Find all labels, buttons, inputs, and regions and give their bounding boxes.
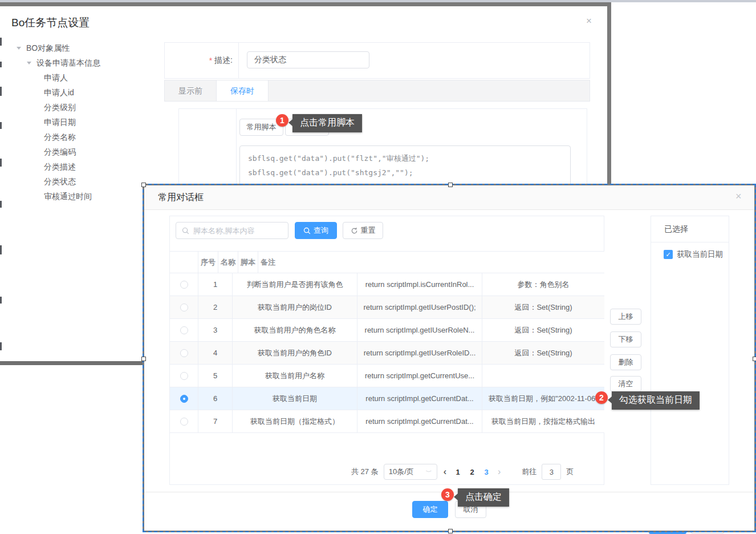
cell-no: 2: [198, 296, 233, 318]
query-button[interactable]: 查询: [295, 222, 337, 239]
table-row[interactable]: 5 获取当前用户名称 return scriptImpl.getCurrentU…: [170, 365, 604, 387]
step-number-badge: 1: [276, 114, 288, 127]
checkbox-checked-icon[interactable]: ✓: [664, 250, 673, 259]
prev-page-button[interactable]: ‹: [442, 467, 448, 477]
annotation-tooltip: 点击确定: [458, 488, 509, 507]
resize-handle-top-left[interactable]: [141, 183, 146, 187]
cell-no: 1: [198, 273, 233, 296]
cell-note: 获取当前日期，按指定格式输出: [482, 410, 604, 432]
script-table: 序号名称脚本备注 1 判断当前用户是否拥有该角色 return scriptIm…: [170, 251, 604, 433]
step-number-badge: 2: [595, 391, 608, 404]
resize-handle-top-center[interactable]: [448, 183, 453, 187]
tree-leaf-item[interactable]: 分类级别: [0, 100, 154, 115]
page-number-button[interactable]: 2: [467, 468, 477, 476]
page-number-button[interactable]: 3: [481, 468, 491, 476]
row-radio[interactable]: [180, 326, 188, 334]
annotation-step-1: 1 点击常用脚本: [276, 114, 362, 132]
table-row[interactable]: 1 判断当前用户是否拥有该角色 return scriptImpl.isCurr…: [170, 273, 604, 296]
row-radio[interactable]: [180, 395, 188, 403]
column-header: 名称: [218, 252, 238, 273]
search-icon: [182, 227, 189, 234]
order-button[interactable]: 上移: [610, 309, 641, 325]
tree-leaf-item[interactable]: 分类描述: [0, 159, 154, 174]
cell-no: 7: [198, 410, 233, 432]
dialog-titlebar: [144, 185, 754, 210]
step-number-badge: 3: [441, 488, 454, 501]
selected-item-label: 获取当前日期: [677, 249, 723, 260]
table-row[interactable]: 7 获取当前日期（指定格式） return scriptImpl.getCurr…: [170, 410, 604, 433]
row-radio[interactable]: [180, 349, 188, 357]
resize-handle-right-middle[interactable]: [753, 357, 756, 361]
row-radio[interactable]: [180, 418, 188, 426]
selected-item[interactable]: ✓ 获取当前日期: [651, 242, 729, 260]
cell-note: [482, 365, 604, 387]
required-asterisk: *: [209, 56, 212, 65]
cell-note: 参数：角色别名: [482, 273, 604, 296]
order-button[interactable]: 清空: [610, 376, 641, 392]
cell-no: 4: [198, 342, 233, 364]
row-radio[interactable]: [180, 281, 188, 289]
close-icon[interactable]: ×: [586, 15, 592, 27]
cell-name: 获取当前用户的岗位ID: [233, 296, 357, 318]
resize-handle-left-middle[interactable]: [141, 357, 146, 361]
row-radio[interactable]: [180, 304, 188, 312]
tree-leaf-item[interactable]: 申请日期: [0, 115, 154, 130]
page-size-select[interactable]: 10条/页 ﹀: [384, 464, 437, 480]
cell-script: return scriptImpl.getCurrentUse...: [357, 365, 482, 387]
cell-note: 返回：Set(String): [482, 342, 604, 364]
table-row[interactable]: 2 获取当前用户的岗位ID return scriptImpl.getIUser…: [170, 296, 604, 319]
close-icon[interactable]: ×: [735, 191, 742, 203]
order-button[interactable]: 删除: [610, 354, 641, 370]
tree-leaf-item[interactable]: 分类状态: [0, 174, 154, 189]
next-page-button[interactable]: ›: [497, 467, 502, 477]
selected-panel: 已选择 ✓ 获取当前日期: [651, 216, 729, 485]
table-row[interactable]: 4 获取当前用户的角色ID return scriptImpl.getIUser…: [170, 342, 604, 365]
row-radio[interactable]: [180, 372, 188, 380]
description-input[interactable]: [247, 51, 369, 68]
tab-item[interactable]: 显示前: [165, 80, 217, 101]
table-row[interactable]: 3 获取当前用户的角色名称 return scriptImpl.getIUser…: [170, 319, 604, 342]
dialog-title: Bo任务节点设置: [11, 15, 90, 30]
dialog-title: 常用对话框: [158, 192, 204, 204]
cell-name: 获取当前用户的角色名称: [233, 319, 357, 341]
cell-name: 获取当前日期: [233, 387, 357, 410]
bo-attribute-tree: BO对象属性 设备申请基本信息 申请人申请人id分类级别申请日期分类名称分类编码…: [0, 41, 154, 204]
column-header: 脚本: [238, 252, 258, 273]
common-script-dialog: 常用对话框 × 查询 重置 序号名称脚本备注: [143, 184, 756, 532]
cell-no: 6: [198, 387, 233, 410]
cell-note: 获取当前日期，例如"2002-11-06": [482, 387, 604, 410]
tree-node-group[interactable]: 设备申请基本信息: [0, 55, 154, 70]
cell-note: 返回：Set(String): [482, 319, 604, 341]
table-header-row: 序号名称脚本备注: [170, 251, 604, 273]
caret-down-icon[interactable]: [27, 62, 31, 64]
page-unit-label: 页: [566, 467, 574, 477]
tree-leaf-item[interactable]: 审核通过时间: [0, 189, 154, 204]
column-header: 备注: [258, 252, 278, 273]
chevron-down-icon: ﹀: [426, 468, 432, 475]
tab-item[interactable]: 保存时: [217, 80, 269, 101]
cell-script: return scriptImpl.getIUserRoleID...: [357, 342, 482, 364]
tree-leaf-item[interactable]: 申请人: [0, 70, 154, 85]
tree-leaf-item[interactable]: 分类名称: [0, 130, 154, 144]
cell-name: 获取当前日期（指定格式）: [233, 410, 357, 432]
tree-leaf-item[interactable]: 分类编码: [0, 144, 154, 159]
annotation-step-3: 3 点击确定: [441, 488, 509, 507]
cell-script: return scriptImpl.getCurrentDat...: [357, 387, 482, 410]
annotation-tooltip: 勾选获取当前日期: [612, 391, 700, 410]
annotation-step-2: 2 勾选获取当前日期: [595, 391, 700, 410]
tree-leaf-item[interactable]: 申请人id: [0, 85, 154, 100]
table-row[interactable]: 6 获取当前日期 return scriptImpl.getCurrentDat…: [170, 387, 604, 410]
column-header: 序号: [198, 252, 218, 273]
page-numbers: 123: [453, 468, 491, 476]
resize-handle-bottom-center[interactable]: [448, 529, 453, 533]
reset-button[interactable]: 重置: [343, 222, 383, 239]
refresh-icon: [351, 227, 358, 234]
goto-page-input[interactable]: [542, 464, 561, 480]
caret-down-icon[interactable]: [17, 47, 21, 50]
order-button[interactable]: 下移: [610, 331, 641, 347]
cell-note: 返回：Set(String): [482, 296, 604, 318]
search-input[interactable]: [193, 226, 282, 235]
page-number-button[interactable]: 1: [453, 468, 463, 476]
description-form-row: * 描述:: [164, 42, 590, 79]
tree-node-root[interactable]: BO对象属性: [0, 41, 154, 55]
